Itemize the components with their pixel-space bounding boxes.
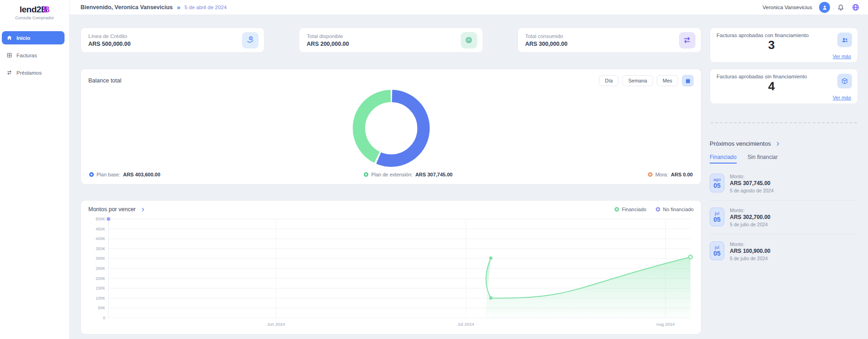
amount-value: ARS 302,700.00 bbox=[730, 214, 771, 220]
balance-title: Balance total bbox=[88, 77, 121, 84]
tab-financiado[interactable]: Financiado bbox=[710, 154, 737, 164]
svg-text:300K: 300K bbox=[96, 256, 105, 261]
card-count: 3 bbox=[717, 38, 826, 52]
approved-without-financing-card: Facturas aprobadas sin financiamiento 4 … bbox=[710, 69, 858, 104]
svg-text:200K: 200K bbox=[96, 276, 105, 281]
tab-sin-financiar[interactable]: Sin financiar bbox=[748, 154, 778, 164]
svg-text:Jun 2024: Jun 2024 bbox=[267, 322, 285, 327]
legend-dot-blue bbox=[89, 172, 94, 177]
svg-text:$: $ bbox=[468, 39, 470, 42]
upcoming-tabs: Financiado Sin financiar bbox=[710, 154, 858, 164]
avatar[interactable] bbox=[819, 2, 830, 13]
balance-legend: Plan base: ARS 403,600.00 Plan de extens… bbox=[89, 172, 693, 179]
person-icon bbox=[821, 4, 828, 11]
calendar-button[interactable] bbox=[682, 75, 694, 87]
svg-text:400K: 400K bbox=[96, 236, 105, 241]
calendar-icon bbox=[685, 78, 691, 84]
stat-title: Total consumido bbox=[525, 33, 567, 39]
due-date: 5 de agosto de 2024 bbox=[730, 188, 774, 193]
notifications-bell-icon[interactable] bbox=[837, 4, 845, 11]
ver-mas-link[interactable]: Ver más bbox=[833, 54, 851, 59]
montos-title: Montos por vencer bbox=[88, 206, 136, 213]
montos-title-row[interactable]: Montos por vencer bbox=[88, 206, 146, 213]
language-globe-icon[interactable] bbox=[852, 3, 860, 11]
svg-text:100K: 100K bbox=[96, 296, 105, 301]
logo-text: lend2 bbox=[20, 5, 41, 14]
legend-item-mora: Mora: ARS 0.00 bbox=[648, 172, 693, 177]
transfer-arrows-icon bbox=[6, 70, 12, 76]
stat-value: ARS 500,000.00 bbox=[88, 41, 130, 47]
svg-text:250K: 250K bbox=[96, 266, 105, 271]
logo-subtitle: Consola Comprador bbox=[3, 15, 66, 20]
ver-mas-link[interactable]: Ver más bbox=[833, 95, 851, 100]
legend-item-plan-extension: Plan de extensión: ARS 307,745.00 bbox=[364, 172, 453, 177]
stat-card-total-disponible: Total disponible ARS 200,000.00 $ bbox=[299, 27, 483, 53]
sidebar-item-prestamos[interactable]: Préstamos bbox=[2, 66, 65, 79]
chevron-right-icon[interactable] bbox=[775, 141, 781, 147]
double-chevron-icon: » bbox=[177, 4, 180, 11]
svg-text:Jul 2024: Jul 2024 bbox=[458, 322, 474, 327]
item-divider bbox=[710, 200, 858, 201]
upcoming-header: Próximos vencimientos bbox=[710, 140, 858, 147]
home-icon bbox=[6, 35, 12, 41]
svg-text:0: 0 bbox=[103, 316, 105, 320]
balance-total-card: Balance total Día Semana Mes bbox=[81, 69, 701, 185]
period-mes-button[interactable]: Mes bbox=[657, 75, 678, 86]
sidebar-item-label: Inicio bbox=[16, 35, 30, 41]
stat-value: ARS 300,000.00 bbox=[525, 41, 567, 47]
period-dia-button[interactable]: Día bbox=[599, 75, 619, 86]
sidebar-item-facturas[interactable]: Facturas bbox=[2, 49, 65, 62]
stat-value: ARS 200,000.00 bbox=[307, 41, 349, 47]
hand-coin-icon bbox=[242, 32, 259, 49]
amount-label: Monto: bbox=[730, 241, 771, 247]
legend-dot-green bbox=[364, 172, 368, 177]
card-title: Facturas aprobadas sin financiamiento bbox=[717, 74, 826, 79]
breadcrumb: Bienvenido, Veronica Vansevicius » 5 de … bbox=[81, 4, 226, 11]
sidebar-item-label: Préstamos bbox=[16, 70, 42, 76]
period-semana-button[interactable]: Semana bbox=[622, 75, 653, 86]
svg-text:350K: 350K bbox=[96, 246, 105, 251]
content: Línea de Crédito ARS 500,000.00 Total di… bbox=[70, 15, 868, 339]
logo: lend2BB Consola Comprador bbox=[0, 0, 69, 25]
user-name: Veronica Vansevicius bbox=[763, 5, 812, 10]
stat-title: Total disponible bbox=[307, 33, 349, 39]
box-icon bbox=[837, 74, 852, 88]
sidebar-item-label: Facturas bbox=[16, 53, 37, 58]
approved-with-financing-card: Facturas aprobadas con financiamiento 3 … bbox=[710, 27, 858, 63]
upcoming-item[interactable]: ago 05 Monto: ARS 307,745.00 5 de agosto… bbox=[710, 174, 858, 200]
users-icon bbox=[837, 33, 852, 47]
svg-text:Aug 2024: Aug 2024 bbox=[656, 322, 675, 327]
stats-row: Línea de Crédito ARS 500,000.00 Total di… bbox=[81, 27, 701, 53]
area-line-chart: 050K100K150K200K250K300K350K400K450K500K… bbox=[88, 213, 693, 328]
stat-card-total-consumido: Total consumido ARS 300,000.00 bbox=[518, 27, 701, 53]
upcoming-title: Próximos vencimientos bbox=[710, 140, 771, 147]
amount-label: Monto: bbox=[730, 208, 771, 213]
period-controls: Día Semana Mes bbox=[599, 75, 694, 87]
sidebar-item-inicio[interactable]: Inicio bbox=[2, 31, 65, 44]
legend-item-financiado: Financiado bbox=[615, 207, 647, 212]
card-title: Facturas aprobadas con financiamiento bbox=[717, 33, 826, 38]
legend-dot-purple bbox=[656, 207, 660, 212]
upcoming-item[interactable]: jul 05 Monto: ARS 302,700.00 5 de julio … bbox=[710, 208, 858, 234]
sidebar: lend2BB Consola Comprador Inicio Factura… bbox=[0, 0, 70, 339]
due-date: 5 de julio de 2024 bbox=[730, 222, 771, 227]
item-divider bbox=[710, 234, 858, 235]
date-badge: ago 05 bbox=[710, 174, 724, 192]
legend-item-plan-base: Plan base: ARS 403,600.00 bbox=[89, 172, 160, 177]
date-badge: jul 05 bbox=[710, 241, 724, 260]
transfer-arrows-icon bbox=[679, 32, 695, 49]
main-region: Bienvenido, Veronica Vansevicius » 5 de … bbox=[70, 0, 868, 339]
card-count: 4 bbox=[717, 80, 826, 93]
svg-text:50K: 50K bbox=[98, 306, 105, 310]
topbar: Bienvenido, Veronica Vansevicius » 5 de … bbox=[70, 0, 868, 15]
app-root: lend2BB Consola Comprador Inicio Factura… bbox=[0, 0, 868, 339]
upcoming-item[interactable]: jul 05 Monto: ARS 100,900.00 5 de julio … bbox=[710, 241, 858, 268]
dashed-divider bbox=[711, 122, 857, 123]
current-date: 5 de abril de 2024 bbox=[184, 5, 226, 10]
due-date: 5 de julio de 2024 bbox=[730, 256, 771, 261]
chevron-right-icon[interactable] bbox=[140, 207, 146, 212]
svg-text:150K: 150K bbox=[96, 286, 105, 290]
legend-item-no-financiado: No financiado bbox=[656, 207, 694, 212]
legend-dot-green bbox=[615, 207, 619, 212]
svg-text:500K: 500K bbox=[96, 217, 105, 221]
